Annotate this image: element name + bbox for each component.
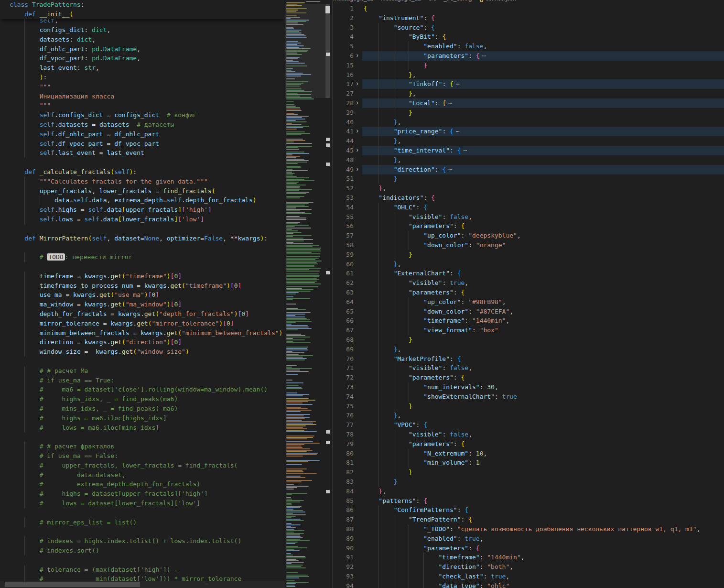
line-number[interactable]: 44: [333, 136, 354, 146]
code-line[interactable]: datasets: dict,: [0, 35, 285, 44]
code-line[interactable]: def MirrorPattern(self, dataset=None, op…: [0, 234, 285, 243]
code-line[interactable]: 63 "parameters": {: [333, 288, 724, 297]
code-line[interactable]: 94 "data_type": "ohlc": [333, 581, 724, 588]
line-number[interactable]: 64: [333, 297, 354, 307]
code-line[interactable]: # # расчет фракталов: [0, 442, 285, 451]
code-line[interactable]: 64 "up_color": "#98FB98",: [333, 297, 724, 307]
breadcrumb-item[interactable]: _trd_config: [443, 0, 472, 4]
code-line[interactable]: 74 "showExternalChart": true: [333, 392, 724, 402]
code-line[interactable]: # if use_ma == True:: [0, 376, 285, 385]
code-line[interactable]: 27 },: [333, 89, 724, 98]
code-line[interactable]: 92 "direction": "both",: [333, 562, 724, 572]
code-line[interactable]: [0, 357, 285, 366]
line-number[interactable]: 82: [333, 468, 354, 477]
line-number[interactable]: 93: [333, 572, 354, 581]
code-line[interactable]: 5 "enabled": false,: [333, 42, 724, 51]
line-number[interactable]: 3: [333, 23, 354, 33]
line-number[interactable]: 80: [333, 449, 354, 458]
code-line[interactable]: [0, 158, 285, 167]
code-line[interactable]: 48 },: [333, 155, 724, 165]
fold-ellipsis[interactable]: ⋯: [482, 52, 486, 59]
code-line[interactable]: ):: [0, 73, 285, 82]
breadcrumb-item[interactable]: messagegic_12: [333, 0, 374, 4]
json-code-area[interactable]: 1{2 "instrument": {3 "source": {4 "ByBit…: [333, 4, 724, 588]
code-line[interactable]: """Calculates fractals for the given dat…: [0, 177, 285, 186]
code-line[interactable]: # TODO: перенести mirror: [0, 252, 285, 262]
fold-ellipsis[interactable]: ⋯: [456, 128, 460, 135]
line-number[interactable]: 81: [333, 458, 354, 468]
code-line[interactable]: timeframes_to_process_num = kwargs.get("…: [0, 281, 285, 291]
code-line[interactable]: configs_dict: dict,: [0, 25, 285, 35]
line-number[interactable]: 40: [333, 118, 354, 127]
code-line[interactable]: 70 "MarketProfile": {: [333, 354, 724, 364]
code-line[interactable]: 78 "visible": false,: [333, 430, 724, 439]
line-number[interactable]: 89: [333, 534, 354, 544]
minimap-slider[interactable]: [285, 4, 325, 98]
code-line[interactable]: [0, 527, 285, 536]
code-line[interactable]: 83 }: [333, 477, 724, 487]
line-number[interactable]: 94: [333, 581, 354, 588]
code-line[interactable]: 80 "N_extremum": 10,: [333, 449, 724, 458]
code-line[interactable]: def _calculate_fractals(self):: [0, 167, 285, 177]
code-line[interactable]: # extrema_depth=depth_for_fractals): [0, 479, 285, 489]
code-line[interactable]: self.lows = self.data[lower_fractals]['l…: [0, 215, 285, 224]
code-line[interactable]: 60 },: [333, 260, 724, 269]
code-line[interactable]: 41› "price_range": {⋯: [333, 127, 724, 136]
line-number[interactable]: 78: [333, 430, 354, 439]
code-line[interactable]: 90 "parameters": {: [333, 544, 724, 553]
breadcrumb-item[interactable]: messagegic_12: [380, 0, 421, 4]
line-number[interactable]: 91: [333, 553, 354, 562]
line-number[interactable]: 77: [333, 420, 354, 430]
code-line[interactable]: 54 "OHLC": {: [333, 203, 724, 212]
code-line[interactable]: # # расчет Ma: [0, 366, 285, 376]
line-number[interactable]: 70: [333, 354, 354, 364]
code-line[interactable]: 2 "instrument": {: [333, 13, 724, 23]
code-line[interactable]: 84 },: [333, 487, 724, 496]
code-line[interactable]: 79 "parameters": {: [333, 439, 724, 449]
line-number[interactable]: 65: [333, 307, 354, 316]
code-line[interactable]: 1{: [333, 4, 724, 13]
line-number[interactable]: 73: [333, 382, 354, 392]
code-line[interactable]: 16 },: [333, 70, 724, 80]
line-number[interactable]: 52: [333, 184, 354, 193]
breadcrumb-item[interactable]: {}service.json: [479, 0, 517, 4]
code-line[interactable]: df_vpoc_part: pd.DataFrame,: [0, 54, 285, 63]
line-number[interactable]: 55: [333, 212, 354, 222]
code-line[interactable]: # highs = ma6.iloc[highs_idxs]: [0, 414, 285, 423]
code-line[interactable]: minimum_between_fractals = kwargs.get("m…: [0, 328, 285, 338]
line-number[interactable]: 69: [333, 345, 354, 354]
code-line[interactable]: # highs = dataset[upper_fractals]['high'…: [0, 489, 285, 499]
code-line[interactable]: 82 }: [333, 468, 724, 477]
code-line[interactable]: 75 }: [333, 402, 724, 411]
code-line[interactable]: # indexes.sort(): [0, 546, 285, 555]
code-line[interactable]: 81 "min_volume": 1: [333, 458, 724, 468]
line-number[interactable]: 56: [333, 221, 354, 231]
code-line[interactable]: use_ma = kwargs.get("use_ma")[0]: [0, 290, 285, 300]
horizontal-scrollbar[interactable]: [0, 581, 285, 588]
code-line[interactable]: [0, 555, 285, 565]
code-line[interactable]: df_ohlc_part: pd.DataFrame,: [0, 44, 285, 54]
code-line[interactable]: depth_for_fractals = kwargs.get("depth_f…: [0, 309, 285, 319]
line-number[interactable]: 75: [333, 402, 354, 411]
line-number[interactable]: 76: [333, 411, 354, 420]
code-line[interactable]: 73 "num_intervals": 30,: [333, 382, 724, 392]
code-line[interactable]: 77 "VPOC": {: [333, 420, 724, 430]
code-line[interactable]: mirror_tolerance = kwargs.get("mirror_to…: [0, 319, 285, 328]
code-line[interactable]: 39 }: [333, 108, 724, 118]
line-number[interactable]: 72: [333, 373, 354, 382]
line-number[interactable]: 39: [333, 108, 354, 118]
line-number[interactable]: 68: [333, 335, 354, 345]
vertical-scrollbar[interactable]: [325, 0, 331, 588]
line-number[interactable]: 71: [333, 363, 354, 373]
line-number[interactable]: 92: [333, 562, 354, 572]
line-number[interactable]: 6: [333, 51, 354, 61]
line-number[interactable]: 59: [333, 250, 354, 260]
line-number[interactable]: 54: [333, 203, 354, 212]
code-line[interactable]: window_size = kwargs.get("window_size"): [0, 347, 285, 357]
line-number[interactable]: 53: [333, 193, 354, 203]
code-line[interactable]: [0, 224, 285, 234]
line-number[interactable]: 4: [333, 32, 354, 42]
line-number[interactable]: 63: [333, 288, 354, 297]
fold-ellipsis[interactable]: ⋯: [448, 166, 453, 173]
line-number[interactable]: 1: [333, 4, 354, 13]
